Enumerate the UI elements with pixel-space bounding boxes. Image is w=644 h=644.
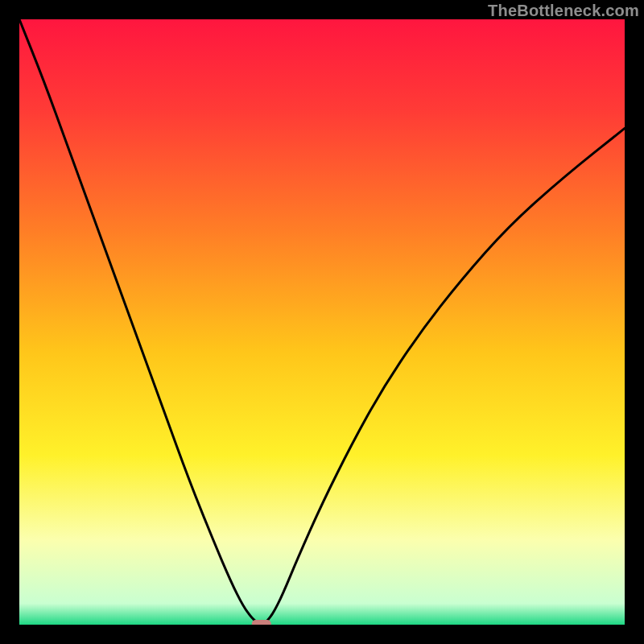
chart-frame: TheBottleneck.com xyxy=(0,0,644,644)
min-marker xyxy=(252,620,271,625)
plot-svg xyxy=(19,19,625,625)
plot-area xyxy=(19,19,625,625)
plot-background xyxy=(19,19,625,625)
watermark-text: TheBottleneck.com xyxy=(488,2,639,20)
